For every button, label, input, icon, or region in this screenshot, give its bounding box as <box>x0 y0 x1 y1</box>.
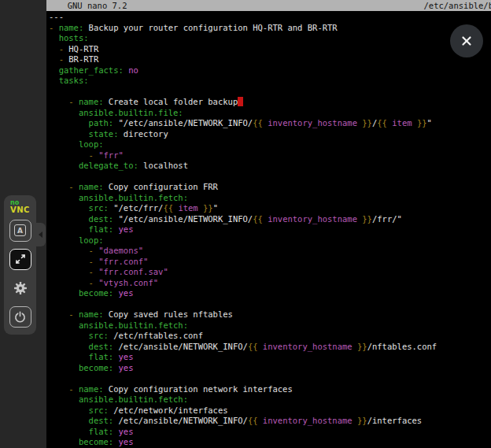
terminal-line: - HQ-RTR <box>49 44 491 55</box>
power-icon <box>14 311 26 323</box>
terminal-line: - BR-RTR <box>49 54 491 65</box>
terminal-line: - "frr.conf" <box>49 257 491 268</box>
terminal-line: become: yes <box>49 437 491 448</box>
terminal-line: path: "/etc/ansible/NETWORK_INFO/{{ inve… <box>49 118 491 129</box>
terminal-line: dest: /etc/ansible/NETWORK_INFO/{{ inven… <box>49 416 491 427</box>
nano-titlebar: GNU nano 7.2 /etc/ansible/b <box>46 0 491 11</box>
terminal-line: - name: Create local folder backup <box>49 97 491 108</box>
terminal-window[interactable]: GNU nano 7.2 /etc/ansible/b ---- name: B… <box>46 0 491 448</box>
terminal-line <box>49 172 491 183</box>
keyboard-button[interactable]: A <box>9 220 31 242</box>
fullscreen-button[interactable] <box>9 249 31 271</box>
terminal-line: ansible.builtin.fetch: <box>49 320 491 331</box>
terminal-line: - "daemons" <box>49 246 491 257</box>
terminal-line: dest: /etc/ansible/NETWORK_INFO/{{ inven… <box>49 342 491 353</box>
terminal-line: flat: yes <box>49 427 491 438</box>
terminal-line: - "vtysh.conf" <box>49 278 491 289</box>
terminal-line: ansible.builtin.fetch: <box>49 394 491 405</box>
terminal-line: flat: yes <box>49 224 491 235</box>
nano-file-path: /etc/ansible/b <box>423 0 491 11</box>
novnc-logo-bottom: VNC <box>10 206 30 213</box>
terminal-line: flat: yes <box>49 352 491 363</box>
close-icon <box>460 35 473 47</box>
terminal-line: delegate_to: localhost <box>49 161 491 172</box>
terminal-line: src: "/etc/frr/{{ item }}" <box>49 203 491 214</box>
terminal-line: - "frr" <box>49 150 491 161</box>
terminal-line: loop: <box>49 139 491 150</box>
gear-icon <box>13 281 28 295</box>
terminal-line: state: directory <box>49 129 491 140</box>
terminal-line: - "frr.conf.sav" <box>49 267 491 278</box>
terminal-line: ansible.builtin.fetch: <box>49 193 491 204</box>
nano-app-title: GNU nano 7.2 <box>46 0 127 11</box>
novnc-logo: no VNC <box>10 199 30 213</box>
terminal-line: become: yes <box>49 288 491 299</box>
terminal-line: loop: <box>49 235 491 246</box>
terminal-line: src: /etc/network/interfaces <box>49 405 491 417</box>
fullscreen-arrows-icon <box>14 253 27 265</box>
terminal-text[interactable]: ---- name: Backup your router configurat… <box>46 11 491 448</box>
terminal-line: --- <box>49 12 491 23</box>
close-button[interactable] <box>450 24 483 57</box>
disconnect-button[interactable] <box>9 306 31 328</box>
terminal-line: become: yes <box>49 363 491 374</box>
settings-button[interactable] <box>9 277 31 298</box>
terminal-line: - name: Copy configuration network inter… <box>49 384 491 395</box>
terminal-line: - name: Backup your router configuration… <box>49 23 491 34</box>
terminal-line: - name: Copy configuration FRR <box>49 182 491 193</box>
keyboard-a-icon: A <box>14 224 26 236</box>
terminal-line: dest: "/etc/ansible/NETWORK_INFO/{{ inve… <box>49 214 491 225</box>
control-bar-handle[interactable] <box>35 223 46 246</box>
terminal-line: tasks: <box>49 76 491 87</box>
terminal-line: ansible.builtin.file: <box>49 108 491 119</box>
terminal-line: src: /etc/nftables.conf <box>49 331 491 342</box>
collapse-left-arrow-icon <box>39 231 42 238</box>
novnc-control-bar: no VNC A <box>4 195 36 335</box>
vnc-screen: GNU nano 7.2 /etc/ansible/b ---- name: B… <box>0 0 491 448</box>
terminal-line <box>49 299 491 310</box>
terminal-line <box>49 87 491 98</box>
terminal-line: - name: Copy saved rules nftables <box>49 309 491 320</box>
terminal-line: gather_facts: no <box>49 65 491 76</box>
terminal-line <box>49 373 491 384</box>
terminal-line: hosts: <box>49 33 491 44</box>
